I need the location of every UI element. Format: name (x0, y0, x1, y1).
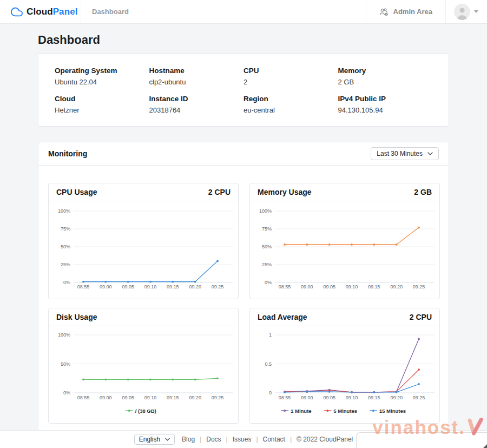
svg-text:0%: 0% (63, 280, 70, 285)
footer-separator: | (290, 436, 292, 443)
svg-text:09:15: 09:15 (167, 284, 179, 289)
footer-copyright: © 2022 CloudPanel (297, 436, 353, 443)
brand-name: CloudPanel (27, 6, 78, 17)
info-field-instance-id: Instance ID20318764 (149, 95, 244, 114)
svg-text:09:20: 09:20 (189, 395, 201, 400)
footer-link-docs[interactable]: Docs (206, 436, 221, 443)
svg-text:100%: 100% (58, 332, 70, 338)
footer-links: Blog | Docs | Issues | Contact | © 2022 … (182, 436, 353, 443)
svg-text:50%: 50% (61, 361, 70, 367)
language-select-value: English (139, 436, 160, 443)
svg-text:25%: 25% (61, 262, 70, 267)
svg-text:08:55: 08:55 (77, 395, 90, 400)
chevron-down-icon (474, 10, 478, 13)
avatar (454, 4, 470, 20)
info-field-hostname: Hostnameclp2-ubuntu (149, 67, 244, 86)
admin-area-label: Admin Area (393, 8, 432, 16)
svg-text:09:00: 09:00 (301, 395, 313, 400)
cpu-usage-chart: 0%25%50%75%100%08:5509:0009:0509:1009:15… (49, 201, 238, 299)
chart-title: Disk Usage (56, 312, 97, 322)
chart-unit-label: 2 CPU (410, 312, 432, 322)
svg-text:0: 0 (269, 390, 272, 396)
footer-separator: | (226, 436, 228, 443)
chart-unit-label: 2 GB (414, 187, 432, 197)
footer-link-issues[interactable]: Issues (233, 436, 252, 443)
svg-text:09:05: 09:05 (122, 284, 134, 289)
footer-link-contact[interactable]: Contact (263, 436, 285, 443)
svg-text:09:00: 09:00 (100, 284, 112, 289)
svg-text:100%: 100% (58, 208, 70, 214)
chevron-down-icon (165, 438, 170, 441)
svg-text:08:55: 08:55 (77, 284, 90, 289)
svg-text:09:10: 09:10 (144, 284, 157, 289)
svg-text:0%: 0% (265, 280, 272, 285)
info-field-os: Operating SystemUbuntu 22.04 (55, 67, 149, 86)
svg-text:50%: 50% (61, 244, 70, 249)
svg-text:09:25: 09:25 (212, 395, 224, 400)
footer-separator: | (256, 436, 258, 443)
svg-text:1: 1 (269, 332, 272, 338)
monitoring-card: Monitoring Last 30 Minutes CPU Usage2 CP… (38, 142, 449, 433)
main-content: Dashboard Operating SystemUbuntu 22.04 H… (0, 32, 487, 433)
info-field-cpu: CPU2 (244, 67, 338, 86)
monitoring-header: Monitoring Last 30 Minutes (38, 142, 449, 166)
svg-text:1 Minute: 1 Minute (291, 408, 312, 414)
info-field-region: Regioneu-central (244, 95, 338, 114)
svg-text:08:55: 08:55 (279, 395, 291, 400)
load-average-chart-card: Load Average2 CPU 00.5108:5509:0009:0509… (249, 308, 440, 424)
svg-text:09:20: 09:20 (189, 284, 201, 289)
time-range-value: Last 30 Minutes (377, 150, 423, 157)
svg-text:09:15: 09:15 (167, 395, 179, 400)
svg-text:09:15: 09:15 (368, 395, 380, 400)
time-range-select[interactable]: Last 30 Minutes (371, 147, 439, 160)
load-average-chart: 00.5108:5509:0009:0509:1009:1509:2009:25… (250, 326, 439, 423)
disk-usage-chart-card: Disk Usage 0%50%100%08:5509:0009:0509:10… (48, 308, 239, 424)
chart-title: Memory Usage (258, 187, 312, 197)
svg-text:09:10: 09:10 (144, 395, 157, 400)
svg-text:09:20: 09:20 (390, 395, 403, 400)
svg-text:100%: 100% (259, 208, 272, 214)
user-menu[interactable] (445, 0, 487, 23)
svg-text:15 Minutes: 15 Minutes (379, 408, 406, 414)
top-navbar: CloudPanel Dashboard Admin Area (0, 0, 487, 24)
memory-usage-chart-card: Memory Usage2 GB 0%25%50%75%100%08:5509:… (249, 183, 440, 299)
corner-overlay-box (356, 432, 487, 448)
svg-text:09:25: 09:25 (212, 284, 224, 289)
server-info-card: Operating SystemUbuntu 22.04 Hostnameclp… (38, 53, 449, 127)
brand-logo[interactable]: CloudPanel (0, 0, 81, 23)
admin-area-button[interactable]: Admin Area (366, 0, 445, 23)
cpu-usage-chart-card: CPU Usage2 CPU 0%25%50%75%100%08:5509:00… (48, 183, 239, 299)
corner-resize-mark (483, 444, 487, 448)
chevron-down-icon (427, 152, 433, 155)
info-field-cloud: CloudHetzner (55, 95, 149, 114)
svg-text:09:00: 09:00 (100, 395, 112, 400)
memory-usage-chart: 0%25%50%75%100%08:5509:0009:0509:1009:15… (250, 201, 439, 299)
svg-text:50%: 50% (262, 244, 272, 249)
svg-text:25%: 25% (262, 262, 272, 267)
chart-title: CPU Usage (56, 187, 97, 197)
svg-text:75%: 75% (262, 226, 272, 232)
svg-text:5 Minutes: 5 Minutes (333, 408, 357, 414)
disk-usage-chart: 0%50%100%08:5509:0009:0509:1009:1509:200… (49, 326, 238, 423)
svg-text:09:05: 09:05 (122, 395, 134, 400)
nav-item-dashboard[interactable]: Dashboard (92, 0, 129, 23)
footer-link-blog[interactable]: Blog (182, 436, 195, 443)
charts-grid: CPU Usage2 CPU 0%25%50%75%100%08:5509:00… (38, 166, 449, 432)
footer-separator: | (200, 436, 201, 443)
svg-text:0.5: 0.5 (265, 361, 272, 367)
svg-text:09:10: 09:10 (346, 284, 358, 289)
monitoring-title: Monitoring (48, 149, 87, 158)
svg-text:75%: 75% (61, 226, 70, 232)
svg-text:0%: 0% (63, 390, 70, 396)
svg-text:09:05: 09:05 (323, 395, 335, 400)
svg-text:09:20: 09:20 (390, 284, 403, 289)
svg-text:09:05: 09:05 (323, 284, 335, 289)
navbar-right: Admin Area (366, 0, 487, 23)
chart-title: Load Average (258, 312, 307, 322)
svg-text:09:25: 09:25 (413, 395, 425, 400)
svg-text:09:25: 09:25 (413, 284, 425, 289)
info-field-memory: Memory2 GB (338, 67, 433, 86)
info-field-ipv4: IPv4 Public IP94.130.105.94 (338, 95, 433, 114)
language-select[interactable]: English (134, 434, 175, 445)
chart-unit-label: 2 CPU (208, 187, 231, 197)
